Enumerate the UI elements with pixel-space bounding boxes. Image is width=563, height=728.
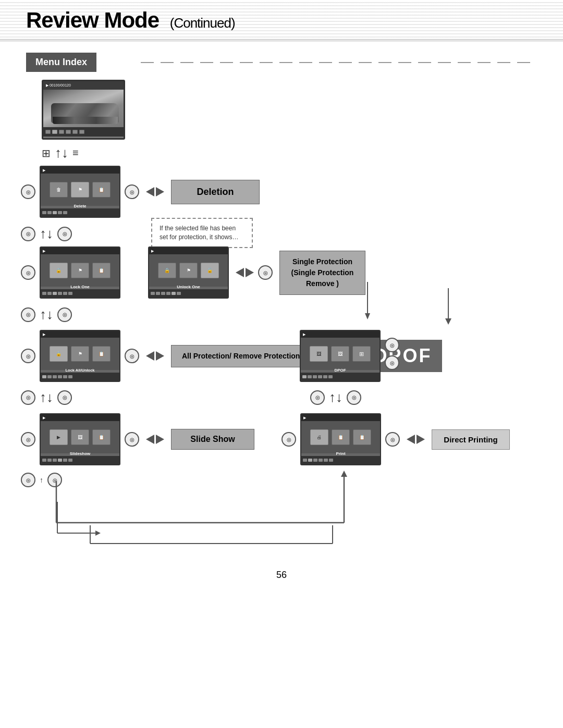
print-camera-screen: ▶ 🖨 📋 📋 Print xyxy=(300,413,381,465)
lock-one-screen: ▶ 🔒 ⚑ 📋 Lock One xyxy=(40,246,120,299)
svg-marker-11 xyxy=(341,471,347,477)
delete-screen-row: ◎ ▶ 🗑 ⚑ 📋 Delete xyxy=(21,166,260,218)
dpof-print-nav: ◎ ↑↓ ◎ xyxy=(310,389,361,405)
section-header: Menu Index xyxy=(26,53,96,72)
svg-marker-4 xyxy=(365,313,370,319)
diagram-area: ▶ 00100/00120 xyxy=(0,80,563,564)
svg-marker-2 xyxy=(95,530,101,536)
slideshow-label: Slide Show xyxy=(171,429,254,450)
connector-lines xyxy=(21,80,532,564)
slideshow-screen: ▶ ▶ 🖼 📋 Slideshow xyxy=(40,413,120,465)
dpof-camera-screen: ▶ 🖼 🖼 ⊞ DPOF xyxy=(300,330,381,382)
delete-nav-right: ◎ xyxy=(125,184,139,199)
row1-row2-nav: ◎ ↑↓ ◎ xyxy=(21,226,72,242)
row3-row4-nav: ◎ ↑↓ ◎ xyxy=(21,389,72,405)
delete-arrows xyxy=(146,187,164,196)
main-screen-nav: ⊞ ↑↓ ≡ xyxy=(42,145,79,161)
dpof-screen-right-nav: ◎ ◎ xyxy=(385,338,399,370)
page-title: Review Mode (Continued) xyxy=(26,8,537,33)
print-arrows xyxy=(407,435,425,444)
delete-nav-left: ◎ xyxy=(21,184,35,199)
svg-marker-13 xyxy=(445,318,451,325)
dashed-note: If the selected file has been set for pr… xyxy=(151,218,253,248)
page-number: 56 xyxy=(0,570,563,581)
slideshow-arrows xyxy=(146,435,164,444)
lock-all-screen: ▶ 🔒 ⚑ 📋 Lock All/Unlock xyxy=(40,330,120,382)
slideshow-bottom-nav: ◎ ↑ ◎ xyxy=(21,473,62,487)
main-camera-screen: ▶ 00100/00120 xyxy=(42,80,125,140)
loop-connector-svg xyxy=(21,80,532,564)
single-protection-label: Single Protection(Single ProtectionRemov… xyxy=(279,251,365,295)
delete-camera-screen: ▶ 🗑 ⚑ 📋 Delete xyxy=(40,166,120,218)
deletion-label: Deletion xyxy=(171,180,260,204)
lockall-arrows xyxy=(146,351,164,361)
slideshow-screen-row: ◎ ▶ ▶ 🖼 📋 Slideshow xyxy=(21,413,254,465)
page-header: Review Mode (Continued) xyxy=(0,0,563,41)
nav-circle-top: ◎ xyxy=(21,184,35,199)
direct-printing-label: Direct Printing xyxy=(432,429,510,450)
row2-row3-nav: ◎ ↑↓ ◎ xyxy=(21,306,72,323)
lock-one-screen-row: ◎ ▶ 🔒 ⚑ 📋 Lock One xyxy=(21,246,365,299)
dpof-screen-block: ▶ 🖼 🖼 ⊞ DPOF xyxy=(300,330,381,382)
diagram-wrapper: ▶ 00100/00120 xyxy=(21,80,532,564)
main-screen-block: ▶ 00100/00120 xyxy=(42,80,125,140)
all-protection-label: All Protection/ Remove Protection xyxy=(171,345,311,367)
unlock-one-screen: ▶ 🔒 ⚑ 🔓 Unlock One xyxy=(148,246,229,299)
unlock-to-protection-arrows xyxy=(236,268,254,277)
print-screen-row: ◎ ▶ 🖨 📋 📋 Print xyxy=(282,413,510,465)
